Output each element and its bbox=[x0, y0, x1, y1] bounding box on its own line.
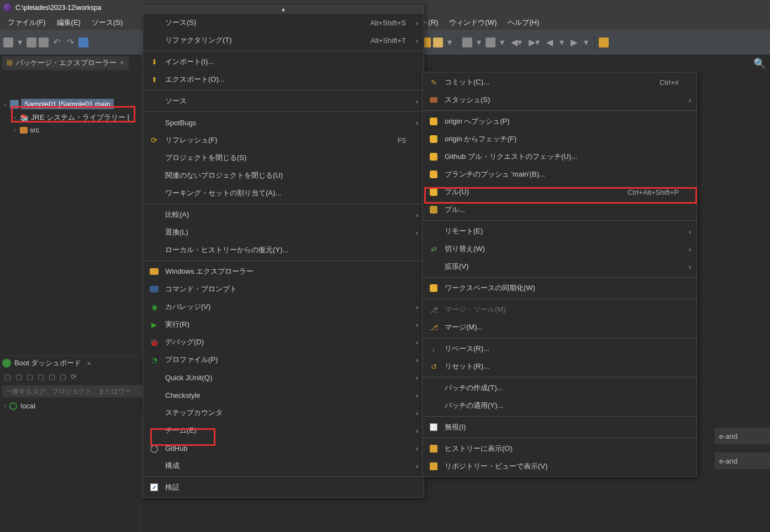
context-menu-item[interactable]: プロジェクトを閉じる(S) bbox=[143, 149, 424, 167]
context-menu-item[interactable]: リファクタリング(T)Alt+Shift+T› bbox=[143, 31, 424, 49]
menu-file[interactable]: ファイル(F) bbox=[2, 15, 51, 30]
dd2-icon[interactable]: ▾ bbox=[445, 37, 454, 47]
team-submenu-item[interactable]: ↺リセット(R)... bbox=[423, 358, 697, 375]
menu-help[interactable]: ヘルプ(H) bbox=[502, 15, 545, 30]
team-submenu-item[interactable]: スタッシュ(S)› bbox=[423, 91, 697, 109]
context-menu-item[interactable]: ▶実行(R)› bbox=[143, 316, 424, 333]
team-submenu-item[interactable]: リポジトリー・ビューで表示(V) bbox=[423, 457, 697, 475]
boot-filter-input[interactable] bbox=[2, 385, 144, 397]
team-submenu-item[interactable]: ⇄切り替え(W)› bbox=[423, 240, 697, 258]
tool-icon[interactable]: ⟳ bbox=[71, 373, 77, 381]
tab-boot-dashboard[interactable]: Boot ダッシュボード × bbox=[0, 356, 141, 370]
push-icon bbox=[428, 116, 439, 127]
brush-icon[interactable] bbox=[433, 38, 443, 47]
team-submenu-item[interactable]: origin へプッシュ(P) bbox=[423, 113, 697, 130]
dd5-icon[interactable]: ▾ bbox=[557, 37, 566, 47]
context-menu-item[interactable]: ⟳リフレッシュ(F)F5 bbox=[143, 131, 424, 149]
back-icon[interactable]: ◀▾ bbox=[509, 37, 524, 47]
context-menu-item[interactable]: 関連のないプロジェクトを閉じる(U) bbox=[143, 167, 424, 184]
team-submenu-item[interactable]: Github プル・リクエストのフェッチ(U)... bbox=[423, 148, 697, 166]
tool-icon[interactable]: ▢ bbox=[60, 373, 66, 381]
team-submenu-item[interactable]: プル(U)Ctrl+Alt+Shift+P bbox=[423, 183, 697, 201]
menu-scroll-up[interactable]: ▲ bbox=[143, 4, 424, 14]
team-submenu-item[interactable]: 無視(I) bbox=[423, 418, 697, 436]
twisty-icon[interactable]: ⌄ bbox=[2, 101, 8, 107]
new-icon[interactable] bbox=[3, 38, 13, 47]
team-submenu-item[interactable]: ✎コミット(C)...Ctrl+# bbox=[423, 73, 697, 91]
team-submenu-item[interactable]: ヒストリーに表示(O) bbox=[423, 440, 697, 457]
context-menu-item[interactable]: Windows エクスプローラー bbox=[143, 263, 424, 280]
context-menu-item[interactable]: 構成› bbox=[143, 457, 424, 475]
tree-src[interactable]: › src bbox=[0, 124, 141, 136]
context-menu-item[interactable]: チーム(E)› bbox=[143, 422, 424, 439]
context-menu-item[interactable]: Checkstyle› bbox=[143, 386, 424, 404]
redo-icon[interactable]: ↷ bbox=[65, 37, 76, 47]
back2-icon[interactable]: ◀ bbox=[544, 37, 555, 47]
team-submenu-item[interactable]: リモート(E)› bbox=[423, 222, 697, 240]
context-menu-item[interactable]: Quick JUnit(Q)› bbox=[143, 369, 424, 386]
tool-icon[interactable]: ▢ bbox=[49, 373, 55, 381]
dd4-icon[interactable]: ▾ bbox=[498, 37, 507, 47]
dd3-icon[interactable]: ▾ bbox=[474, 37, 483, 47]
context-menu-item[interactable]: 比較(A)› bbox=[143, 206, 424, 224]
tool-icon[interactable]: ▢ bbox=[38, 373, 44, 381]
tool-icon[interactable]: ▢ bbox=[15, 373, 22, 381]
search-icon[interactable]: 🔍 bbox=[753, 57, 766, 70]
context-menu-item[interactable]: ⬆エクスポート(O)... bbox=[143, 71, 424, 88]
tree-jre[interactable]: › 📚 JRE システム・ライブラリー [ bbox=[0, 111, 141, 124]
context-menu-item[interactable]: ◉カバレッジ(V)› bbox=[143, 298, 424, 316]
export-icon: ⬆ bbox=[149, 74, 160, 85]
twisty-icon[interactable]: › bbox=[12, 127, 18, 133]
tool-icon[interactable] bbox=[78, 38, 88, 47]
context-menu-item[interactable]: ⬇インポート(I)... bbox=[143, 53, 424, 71]
close-icon[interactable]: × bbox=[120, 58, 124, 67]
menu-edit[interactable]: 編集(E) bbox=[51, 15, 86, 30]
project-icon bbox=[10, 100, 19, 109]
menu-item-label: リモート(E) bbox=[445, 226, 679, 236]
undo-icon[interactable]: ↶ bbox=[51, 37, 62, 47]
nav1-icon[interactable] bbox=[462, 38, 472, 47]
team-submenu-item[interactable]: ⎇マージ(M)... bbox=[423, 318, 697, 336]
reset-icon: ↺ bbox=[428, 361, 439, 372]
dd6-icon[interactable]: ▾ bbox=[582, 37, 590, 47]
team-submenu-item[interactable]: 拡張(V)› bbox=[423, 258, 697, 275]
context-menu-item[interactable]: ◔プロファイル(P)› bbox=[143, 351, 424, 369]
tab-package-explorer[interactable]: ⊞ パッケージ・エクスプローラー × bbox=[2, 56, 129, 70]
team-submenu-item[interactable]: ワークスペースの同期化(W) bbox=[423, 279, 697, 297]
menu-window[interactable]: ウィンドウ(W) bbox=[444, 15, 502, 30]
context-menu-item[interactable]: ワーキング・セットの割り当て(A)... bbox=[143, 184, 424, 202]
team-submenu-item[interactable]: パッチの作成(T)... bbox=[423, 379, 697, 397]
context-menu-item[interactable]: 置換(L)› bbox=[143, 224, 424, 241]
context-menu-item[interactable]: ステップカウンタ› bbox=[143, 404, 424, 422]
save-all-icon[interactable] bbox=[39, 38, 49, 47]
context-menu-item[interactable]: ソース(S)Alt+Shift+S› bbox=[143, 14, 424, 31]
context-menu-item[interactable]: SpotBugs› bbox=[143, 114, 424, 131]
boot-local-row[interactable]: › local bbox=[0, 400, 141, 412]
dropdown-icon[interactable]: ▾ bbox=[15, 37, 24, 47]
team-submenu-item[interactable]: origin からフェッチ(F) bbox=[423, 130, 697, 148]
twisty-icon[interactable]: › bbox=[12, 115, 18, 121]
close-icon[interactable]: × bbox=[87, 359, 91, 368]
save-icon[interactable] bbox=[27, 38, 36, 47]
context-menu-item[interactable]: 🐞デバッグ(D)› bbox=[143, 333, 424, 351]
twisty-icon[interactable]: › bbox=[4, 403, 6, 409]
tool-icon[interactable]: ▢ bbox=[27, 373, 33, 381]
tool-icon[interactable]: ▢ bbox=[4, 373, 11, 381]
context-menu-item[interactable]: コマンド・プロンプト bbox=[143, 280, 424, 298]
fwd-icon[interactable]: ▶▾ bbox=[526, 37, 542, 47]
submenu-arrow-icon: › bbox=[684, 227, 691, 236]
context-menu-item[interactable]: ソース› bbox=[143, 92, 424, 110]
team-submenu-item[interactable]: プル... bbox=[423, 201, 697, 219]
open-folder-icon[interactable] bbox=[599, 38, 609, 47]
team-submenu-item[interactable]: ↓リベース(R)... bbox=[423, 340, 697, 358]
context-menu-item[interactable]: ローカル・ヒストリーからの復元(Y)... bbox=[143, 241, 424, 259]
context-menu-item[interactable]: ◯GitHub› bbox=[143, 439, 424, 457]
team-submenu-item[interactable]: ブランチのプッシュ 'main'(B)... bbox=[423, 166, 697, 183]
nav2-icon[interactable] bbox=[486, 38, 495, 47]
team-submenu-item[interactable]: パッチの適用(Y)... bbox=[423, 397, 697, 414]
tree-project[interactable]: ⌄ Sample01 [Sample01 main bbox=[0, 97, 141, 111]
shortcut-label: Ctrl+Alt+Shift+P bbox=[627, 188, 679, 196]
fwd2-icon[interactable]: ▶ bbox=[568, 37, 579, 47]
context-menu-item[interactable]: ✓検証 bbox=[143, 478, 424, 496]
menu-source[interactable]: ソース(S) bbox=[86, 15, 128, 30]
